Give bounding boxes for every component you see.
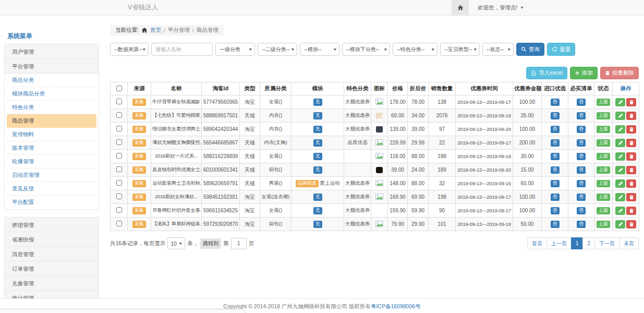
sidebar-subitem[interactable]: 宣传物料 [7,128,96,141]
sidebar-subitem[interactable]: 意见反馈 [7,182,96,196]
import-excel-button[interactable]: 导入excel [526,67,567,79]
page-button[interactable]: 首页 [527,237,547,249]
import-select-badge[interactable]: 否 [551,194,560,201]
edit-button[interactable] [615,193,625,201]
delete-button[interactable] [626,179,636,188]
must-buy-badge[interactable]: 否 [577,166,586,174]
must-buy-badge[interactable]: 否 [577,99,586,106]
delete-button[interactable] [626,207,636,215]
user-menu[interactable]: 欢迎您，管理员!▼ [478,4,524,11]
must-buy-badge[interactable]: 否 [577,126,586,133]
status-badge[interactable]: 上架 [597,221,610,228]
must-buy-badge[interactable]: 否 [577,194,586,201]
status-badge[interactable]: 上架 [597,207,610,214]
edit-button[interactable] [615,179,625,188]
filter-select[interactable]: --数据来源--▼ [110,43,149,56]
filter-select[interactable]: --二级分类--▼ [258,43,297,56]
edit-button[interactable] [615,207,625,215]
page-button[interactable]: 上一页 [546,237,572,249]
sidebar-subitem[interactable]: 启动页管理 [7,168,96,182]
sidebar-subitem[interactable]: 商品管理 [7,114,96,128]
filter-select[interactable]: --模块下分类--▼ [342,43,390,56]
filter-select[interactable]: --特色分类--▼ [393,43,438,56]
home-button[interactable] [452,0,469,15]
page-button[interactable]: 下一页 [594,237,619,249]
delete-button[interactable] [626,193,636,201]
page-button[interactable]: 末页 [619,237,639,249]
select-all-checkbox[interactable] [116,86,122,91]
row-checkbox[interactable] [116,126,122,131]
status-badge[interactable]: 上架 [597,180,610,187]
status-badge[interactable]: 上架 [597,153,610,160]
page-button[interactable]: 2 [582,237,595,249]
page-number-input[interactable] [231,238,247,249]
sidebar-subitem[interactable]: 平台配置 [7,196,96,209]
delete-button[interactable] [626,112,636,120]
import-select-badge[interactable]: 否 [551,139,560,147]
edit-button[interactable] [615,98,625,106]
import-select-badge[interactable]: 否 [551,166,560,174]
sidebar-item[interactable]: 兑换管理 [4,275,99,291]
edit-button[interactable] [615,139,625,147]
per-page-select[interactable]: 10▼ [167,237,185,249]
delete-button[interactable] [626,139,636,147]
status-badge[interactable]: 上架 [597,139,610,147]
import-select-badge[interactable]: 否 [551,221,560,228]
must-buy-badge[interactable]: 否 [577,221,586,228]
edit-button[interactable] [615,220,625,228]
status-badge[interactable]: 上架 [597,194,610,201]
row-checkbox[interactable] [116,180,122,186]
sidebar-subitem[interactable]: 商品分类 [7,74,96,87]
filter-select[interactable]: --宝贝类型--▼ [440,43,480,56]
delete-button[interactable] [626,166,636,174]
status-badge[interactable]: 上架 [597,126,610,133]
delete-button[interactable] [626,220,636,228]
sidebar-subitem[interactable]: 版本管理 [7,141,96,155]
page-button[interactable]: 1 [571,237,584,249]
must-buy-badge[interactable]: 否 [577,139,586,147]
import-select-badge[interactable]: 否 [551,126,560,133]
search-button[interactable]: 查询 [516,43,544,56]
sidebar-item[interactable]: 省惠快报 [4,232,99,247]
filter-select[interactable]: --状态--▼ [482,43,514,56]
import-select-badge[interactable]: 否 [551,112,560,119]
add-button[interactable]: 添加 [570,67,598,79]
must-buy-badge[interactable]: 否 [577,153,586,160]
row-checkbox[interactable] [116,153,122,159]
row-checkbox[interactable] [116,112,122,118]
icp-link[interactable]: 粤ICP备16098006号 [371,303,421,309]
sidebar-subitem[interactable]: 轮播管理 [7,155,96,168]
must-buy-badge[interactable]: 否 [577,180,586,187]
batch-delete-button[interactable]: 批量删除 [600,67,639,79]
status-badge[interactable]: 上架 [597,112,610,119]
status-badge[interactable]: 上架 [597,99,610,106]
delete-button[interactable] [626,125,636,134]
row-checkbox[interactable] [116,99,122,104]
delete-button[interactable] [626,98,636,106]
delete-button[interactable] [626,152,636,161]
row-checkbox[interactable] [116,207,122,213]
sidebar-subitem[interactable]: 特色分类 [7,101,96,114]
row-checkbox[interactable] [116,166,122,172]
jump-button[interactable]: 跳转到 [200,238,221,249]
filter-select[interactable]: --模块--▼ [300,43,339,56]
breadcrumb-home-link[interactable]: 首页 [150,27,161,34]
row-checkbox[interactable] [116,139,122,145]
must-buy-badge[interactable]: 否 [577,207,586,214]
row-checkbox[interactable] [116,194,122,199]
edit-button[interactable] [615,152,625,161]
import-select-badge[interactable]: 否 [551,99,560,106]
row-checkbox[interactable] [116,221,122,226]
edit-button[interactable] [615,166,625,174]
sidebar-item[interactable]: 用户管理 [4,44,99,59]
import-select-badge[interactable]: 否 [551,153,560,160]
import-select-badge[interactable]: 否 [551,207,560,214]
sidebar-item[interactable]: 拼团管理 [4,217,99,232]
sidebar-item[interactable]: 消息管理 [4,246,99,261]
reset-button[interactable]: 重置 [547,43,575,56]
must-buy-badge[interactable]: 否 [577,112,586,119]
name-search-input[interactable] [151,43,213,56]
status-badge[interactable]: 上架 [597,166,610,174]
sidebar-item[interactable]: 平台管理 [4,58,99,74]
filter-select[interactable]: 一级分类▼ [215,43,255,56]
